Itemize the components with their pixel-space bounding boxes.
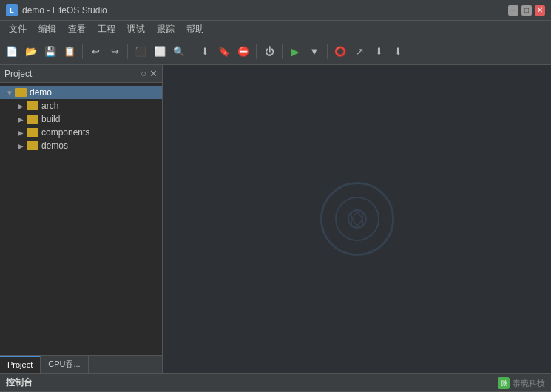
file-tree: ▼ demo ▶ arch ▶ build ▶ <box>0 83 162 355</box>
title-bar: L demo - LiteOS Studio ─ □ ✕ <box>0 0 551 21</box>
toolbar-run-dropdown[interactable]: ▼ <box>305 43 323 61</box>
wechat-icon: 微 <box>498 377 510 389</box>
window-title: demo - LiteOS Studio <box>22 5 508 16</box>
panel-minimize-btn[interactable]: ○ <box>141 68 146 79</box>
toolbar-run[interactable]: ▶ <box>286 43 304 61</box>
left-tabs: Project CPU吞... <box>0 355 162 373</box>
toolbar-settings[interactable]: ⬜ <box>151 43 169 61</box>
tree-item-components[interactable]: ▶ components <box>0 126 162 139</box>
logo-svg <box>346 208 368 230</box>
tree-arrow-components: ▶ <box>18 129 27 137</box>
toolbar-sep1 <box>82 44 83 59</box>
tree-folder-icon-demo <box>15 88 27 97</box>
toolbar-open[interactable]: 📂 <box>22 43 40 61</box>
project-panel-header: Project ○ ✕ <box>0 65 162 83</box>
tree-label-components: components <box>41 127 89 138</box>
minimize-button[interactable]: ─ <box>508 5 518 16</box>
toolbar-build-target[interactable]: ⬛ <box>132 43 149 61</box>
tree-arrow-arch: ▶ <box>18 102 27 110</box>
toolbar-power[interactable]: ⏻ <box>260 43 278 61</box>
toolbar-sep5 <box>282 44 283 59</box>
logo-decoration <box>320 182 394 256</box>
app-icon: L <box>6 4 18 16</box>
tree-folder-icon-components <box>27 128 38 137</box>
tree-label-demo: demo <box>30 87 52 98</box>
toolbar-debug1[interactable]: ⭕ <box>331 43 349 61</box>
menu-item-调试[interactable]: 调试 <box>121 21 151 37</box>
tree-item-demo[interactable]: ▼ demo <box>0 86 162 99</box>
left-tab-project[interactable]: Project <box>0 356 41 373</box>
bottom-area: 控制台 HexStrToStr((const unsigned char *)t… <box>0 373 551 392</box>
main-area: Project ○ ✕ ▼ demo ▶ arch ▶ <box>0 65 551 373</box>
editor-area <box>163 65 551 373</box>
project-panel-controls: ○ ✕ <box>141 68 158 79</box>
toolbar-sep4 <box>256 44 257 59</box>
toolbar-debug2[interactable]: ↗ <box>351 43 368 61</box>
menu-item-编辑[interactable]: 编辑 <box>33 21 62 37</box>
toolbar-sep6 <box>327 44 328 59</box>
panel-close-btn[interactable]: ✕ <box>149 68 158 79</box>
toolbar-save[interactable]: 💾 <box>41 43 59 61</box>
toolbar-bookmark[interactable]: 🔖 <box>215 43 233 61</box>
watermark-text: 泰晓科技 <box>513 378 545 389</box>
menu-item-查看[interactable]: 查看 <box>62 21 92 37</box>
tree-folder-icon-demos <box>27 141 38 150</box>
toolbar-stop[interactable]: ⛔ <box>234 43 252 61</box>
window-controls: ─ □ ✕ <box>508 5 545 16</box>
console-title: 控制台 <box>6 376 33 389</box>
watermark: 微 泰晓科技 <box>498 377 545 389</box>
menu-item-帮助[interactable]: 帮助 <box>180 21 210 37</box>
close-button[interactable]: ✕ <box>535 5 545 16</box>
tree-arrow-demo: ▼ <box>6 89 15 97</box>
console-header: 控制台 <box>0 374 551 392</box>
toolbar-redo[interactable]: ↪ <box>106 43 124 61</box>
toolbar-filter[interactable]: ⬇ <box>196 43 214 61</box>
tree-folder-icon-arch <box>27 101 38 110</box>
menu-bar: 文件编辑查看工程调试跟踪帮助 <box>0 21 551 38</box>
tree-folder-icon-build <box>27 115 38 124</box>
menu-item-工程[interactable]: 工程 <box>92 21 121 37</box>
left-tab-cpu[interactable]: CPU吞... <box>41 356 88 373</box>
tree-item-build[interactable]: ▶ build <box>0 112 162 126</box>
tree-label-demos: demos <box>41 141 68 151</box>
toolbar-debug3[interactable]: ⬇ <box>370 43 388 61</box>
toolbar-sep2 <box>127 44 128 59</box>
tree-item-demos[interactable]: ▶ demos <box>0 139 162 152</box>
maximize-button[interactable]: □ <box>521 5 532 16</box>
toolbar: 📄 📂 💾 📋 ↩ ↪ ⬛ ⬜ 🔍 ⬇ 🔖 ⛔ ⏻ ▶ ▼ ⭕ ↗ ⬇ ⬇ <box>0 38 551 65</box>
tree-label-build: build <box>41 114 60 124</box>
left-panel: Project ○ ✕ ▼ demo ▶ arch ▶ <box>0 65 163 373</box>
tree-label-arch: arch <box>41 101 58 111</box>
toolbar-debug4[interactable]: ⬇ <box>389 43 407 61</box>
tree-item-arch[interactable]: ▶ arch <box>0 99 162 112</box>
menu-item-文件[interactable]: 文件 <box>3 21 33 37</box>
tree-arrow-build: ▶ <box>18 115 27 124</box>
menu-item-跟踪[interactable]: 跟踪 <box>151 21 180 37</box>
logo-inner <box>335 197 379 241</box>
toolbar-new[interactable]: 📄 <box>3 43 21 61</box>
toolbar-undo[interactable]: ↩ <box>87 43 104 61</box>
toolbar-search[interactable]: 🔍 <box>170 43 188 61</box>
toolbar-save-all[interactable]: 📋 <box>61 43 78 61</box>
tree-arrow-demos: ▶ <box>18 142 27 150</box>
toolbar-sep3 <box>192 44 192 59</box>
project-panel-title: Project <box>4 69 141 79</box>
